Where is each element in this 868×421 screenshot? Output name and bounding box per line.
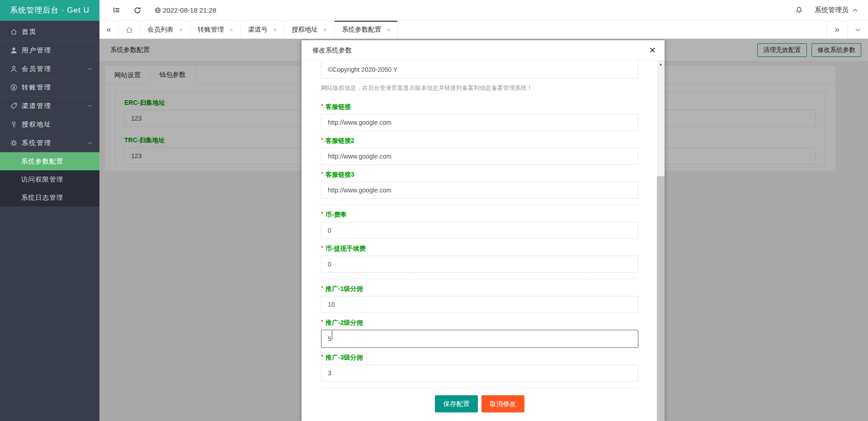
form-field: *币-费率 bbox=[321, 211, 638, 239]
tabs-scroll-left-button[interactable]: « bbox=[99, 21, 118, 38]
field-label: 客服链接3 bbox=[326, 171, 354, 178]
user-name: 系统管理员 bbox=[815, 6, 849, 14]
sidebar-item-label: 用户管理 bbox=[22, 46, 52, 55]
tab-label: 系统参数配置 bbox=[342, 25, 381, 34]
tab-label: 渠道号 bbox=[248, 25, 268, 34]
brand-logo: 系统管理后台 · Get U bbox=[0, 0, 99, 21]
tab-system-params[interactable]: 系统参数配置 × bbox=[335, 21, 398, 38]
copyright-input[interactable] bbox=[321, 61, 638, 79]
required-asterisk: * bbox=[321, 210, 323, 217]
field-label: 币-费率 bbox=[326, 211, 347, 218]
sidebar-item-label: 转账管理 bbox=[22, 83, 52, 92]
field-label: 推广-2级分佣 bbox=[326, 319, 363, 326]
required-asterisk: * bbox=[321, 244, 323, 251]
sidebar-submenu-system: 系统参数配置 访问权限管理 系统日志管理 bbox=[0, 152, 99, 206]
menu-fold-icon[interactable] bbox=[112, 6, 121, 14]
form-field: *客服链接3 bbox=[321, 171, 638, 199]
coin-rate-input[interactable] bbox=[321, 222, 638, 239]
field-label: 客服链接2 bbox=[326, 137, 354, 144]
scroll-up-arrow-icon[interactable]: ▲ bbox=[657, 61, 665, 68]
close-icon[interactable]: × bbox=[649, 45, 656, 56]
field-label: 推广-1级分佣 bbox=[326, 285, 363, 292]
form-field: *客服链接 bbox=[321, 103, 638, 131]
modal-buttons: 保存配置 取消修改 bbox=[321, 395, 638, 412]
sidebar-item-label: 授权地址 bbox=[22, 120, 52, 129]
tab-label: 转账管理 bbox=[198, 25, 224, 34]
sidebar-item-label: 系统管理 bbox=[22, 139, 52, 147]
divider bbox=[321, 388, 638, 388]
modal-scrollbar[interactable]: ▲ bbox=[657, 61, 665, 421]
user-menu[interactable]: 系统管理员 bbox=[815, 6, 858, 14]
datetime-text: 2022-08-18 21:28 bbox=[163, 6, 216, 14]
sidebar-item-transfer[interactable]: 转账管理 bbox=[0, 78, 99, 97]
edit-system-params-modal: 修改系统参数 × 网站版权信息，在后台登录页面显示版本信息并链接到备案到信息备案… bbox=[302, 40, 665, 421]
close-icon[interactable]: × bbox=[323, 26, 327, 33]
field-label: 币-提现手续费 bbox=[326, 245, 366, 252]
required-asterisk: * bbox=[321, 353, 323, 360]
sidebar-item-members[interactable]: 会员管理 bbox=[0, 60, 99, 78]
tab-home[interactable] bbox=[118, 21, 140, 38]
sidebar-item-access-rights[interactable]: 访问权限管理 bbox=[0, 170, 99, 188]
cancel-edit-button[interactable]: 取消修改 bbox=[481, 395, 524, 412]
service-link3-input[interactable] bbox=[321, 182, 638, 199]
sidebar-item-home[interactable]: 首页 bbox=[0, 23, 99, 41]
tab-transfer[interactable]: 转账管理 × bbox=[190, 21, 241, 38]
save-config-button[interactable]: 保存配置 bbox=[435, 395, 478, 412]
promo-level3-commission-input[interactable] bbox=[321, 365, 638, 382]
user-icon bbox=[10, 47, 18, 54]
double-chevron-right-icon: » bbox=[835, 25, 839, 34]
promo-level2-commission-input[interactable] bbox=[321, 330, 638, 348]
sidebar-subitem-label: 系统日志管理 bbox=[21, 193, 63, 202]
sidebar-item-auth-address[interactable]: 授权地址 bbox=[0, 115, 99, 134]
close-icon[interactable]: × bbox=[273, 26, 277, 33]
chevron-up-icon bbox=[852, 9, 858, 12]
modal-title: 修改系统参数 bbox=[312, 46, 352, 55]
text-cursor bbox=[332, 331, 332, 340]
close-icon[interactable]: × bbox=[179, 26, 183, 33]
gear-icon bbox=[10, 139, 18, 147]
tabs-menu-button[interactable] bbox=[847, 21, 868, 38]
withdraw-fee-input[interactable] bbox=[321, 256, 638, 273]
tab-member-list[interactable]: 会员列表 × bbox=[140, 21, 190, 38]
sidebar-item-system-logs[interactable]: 系统日志管理 bbox=[0, 188, 99, 206]
sidebar-item-system-params[interactable]: 系统参数配置 bbox=[0, 152, 99, 170]
home-icon bbox=[125, 26, 133, 34]
sidebar-subitem-label: 访问权限管理 bbox=[21, 175, 63, 184]
sidebar-item-label: 会员管理 bbox=[22, 65, 52, 73]
refresh-icon[interactable] bbox=[133, 6, 142, 14]
datetime: 2022-08-18 21:28 bbox=[154, 6, 216, 14]
promo-level1-commission-input[interactable] bbox=[321, 296, 638, 313]
tabs-scroll-right-button[interactable]: » bbox=[826, 21, 847, 38]
form-field: *推广-1级分佣 bbox=[321, 285, 638, 313]
sidebar-item-channels[interactable]: 渠道管理 bbox=[0, 97, 99, 115]
bell-icon[interactable] bbox=[795, 6, 803, 14]
sidebar-item-users[interactable]: 用户管理 bbox=[0, 41, 99, 60]
field-label: 客服链接 bbox=[326, 103, 351, 110]
sidebar: 首页 用户管理 会员管理 转账管理 渠道管理 授权地址 系统管理 系统参数配置 … bbox=[0, 21, 99, 421]
tab-channel[interactable]: 渠道号 × bbox=[241, 21, 284, 38]
field-label: 推广-3级分佣 bbox=[326, 354, 363, 361]
required-asterisk: * bbox=[321, 136, 323, 143]
tab-label: 会员列表 bbox=[147, 25, 174, 34]
sidebar-item-system[interactable]: 系统管理 bbox=[0, 134, 99, 152]
scrollbar-thumb[interactable] bbox=[657, 176, 665, 421]
required-asterisk: * bbox=[321, 285, 323, 291]
double-chevron-left-icon: « bbox=[106, 25, 111, 34]
required-asterisk: * bbox=[321, 103, 323, 109]
home-icon bbox=[10, 28, 18, 36]
form-field: *推广-2级分佣 bbox=[321, 319, 638, 348]
chevron-down-icon bbox=[855, 28, 861, 32]
tab-auth-address[interactable]: 授权地址 × bbox=[284, 21, 335, 38]
tab-label: 授权地址 bbox=[292, 25, 318, 34]
chevron-down-icon bbox=[87, 141, 92, 145]
sidebar-item-label: 渠道管理 bbox=[22, 102, 52, 110]
close-icon[interactable]: × bbox=[229, 26, 233, 33]
modal-body: 网站版权信息，在后台登录页面显示版本信息并链接到备案到信息备案管理系统！ *客服… bbox=[302, 61, 657, 421]
service-link-input[interactable] bbox=[321, 114, 638, 131]
tabbar: « 会员列表 × 转账管理 × 渠道号 × 授权地址 × 系统参数配置 × » bbox=[99, 21, 868, 39]
service-link2-input[interactable] bbox=[321, 148, 638, 165]
chevron-up-icon bbox=[87, 104, 92, 108]
sidebar-subitem-label: 系统参数配置 bbox=[21, 157, 63, 166]
globe-icon bbox=[154, 7, 161, 14]
close-icon[interactable]: × bbox=[387, 26, 390, 33]
